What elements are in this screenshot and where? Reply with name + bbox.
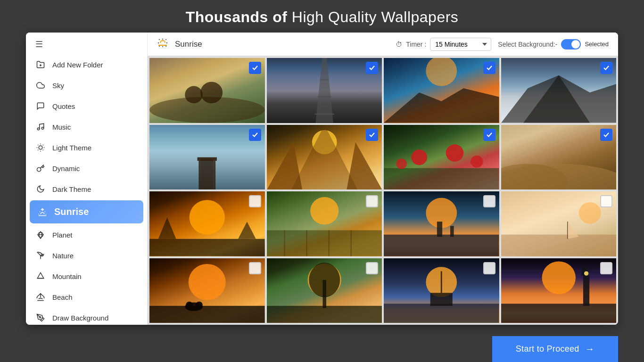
grid-cell-16[interactable]	[501, 258, 617, 323]
menu-icon[interactable]: ☰	[26, 33, 147, 54]
svg-marker-53	[238, 222, 256, 239]
timer-icon: ⏱	[396, 41, 402, 48]
sidebar-item-light-theme[interactable]: Light Theme	[26, 137, 147, 158]
header-title-regular: High Quality Wallpapers	[287, 8, 458, 25]
grid-checkbox-7[interactable]	[483, 129, 495, 141]
sunrise-icon	[37, 207, 48, 217]
grid-cell-9[interactable]	[149, 191, 265, 256]
grid-checkbox-6[interactable]	[366, 129, 378, 141]
sidebar-item-quotes[interactable]: Quotes	[26, 96, 147, 116]
sidebar-item-dynamic[interactable]: Dynamic	[26, 158, 147, 179]
svg-point-3	[41, 127, 44, 130]
grid-cell-1[interactable]	[149, 58, 265, 123]
svg-marker-52	[158, 217, 176, 239]
grid-cell-13[interactable]	[149, 258, 265, 323]
planet-icon	[35, 230, 46, 240]
grid-checkbox-15[interactable]	[483, 262, 495, 274]
grid-checkbox-4[interactable]	[600, 62, 612, 74]
sidebar-item-sunrise[interactable]: Sunrise	[30, 200, 143, 223]
grid-checkbox-3[interactable]	[483, 62, 495, 74]
sidebar-item-add-folder[interactable]: Add New Folder	[26, 54, 147, 75]
svg-rect-43	[384, 168, 499, 189]
grid-checkbox-5[interactable]	[249, 129, 261, 141]
timer-section: ⏱ Timer : 15 Minutes 5 Minutes 10 Minute…	[396, 38, 491, 51]
mountain-label: Mountain	[52, 272, 82, 280]
svg-point-81	[542, 261, 575, 294]
start-to-proceed-button[interactable]: Start to Proceed →	[492, 336, 618, 362]
grid-cell-10[interactable]	[267, 191, 382, 256]
grid-checkbox-14[interactable]	[366, 262, 378, 274]
grid-cell-2[interactable]	[267, 58, 382, 123]
proceed-arrow: →	[585, 344, 594, 354]
nature-label: Nature	[52, 252, 74, 260]
toggle-switch[interactable]	[561, 39, 581, 49]
grid-cell-4[interactable]	[501, 58, 617, 123]
grid-checkbox-13[interactable]	[249, 262, 261, 274]
dark-theme-label: Dark Theme	[52, 185, 91, 193]
grid-cell-11[interactable]	[384, 191, 499, 256]
grid-checkbox-2[interactable]	[366, 62, 378, 74]
svg-point-50	[190, 200, 225, 234]
grid-cell-15[interactable]	[384, 258, 499, 323]
music-label: Music	[52, 123, 71, 131]
svg-marker-67	[568, 222, 579, 239]
grid-cell-12[interactable]	[501, 191, 617, 256]
grid-cell-5[interactable]	[149, 125, 265, 190]
grid-checkbox-10[interactable]	[366, 195, 378, 207]
svg-point-22	[40, 317, 41, 318]
grid-cell-7[interactable]	[384, 125, 499, 190]
sidebar-item-planet[interactable]: Planet	[26, 224, 147, 245]
svg-point-76	[309, 263, 340, 297]
proceed-label: Start to Proceed	[516, 344, 579, 354]
svg-line-8	[43, 150, 43, 150]
grid-cell-6[interactable]	[267, 125, 382, 190]
sky-label: Sky	[52, 82, 64, 90]
beach-label: Beach	[52, 293, 73, 301]
svg-point-44	[411, 149, 427, 165]
svg-rect-79	[430, 293, 453, 306]
svg-point-85	[584, 271, 588, 275]
sidebar-item-beach[interactable]: Beach	[26, 287, 147, 307]
quotes-icon	[35, 101, 46, 111]
selected-label: Selected	[585, 41, 609, 48]
grid-cell-14[interactable]	[267, 258, 382, 323]
sidebar-item-draw-background[interactable]: Draw Background	[26, 307, 147, 325]
sidebar-item-sky[interactable]: Sky	[26, 75, 147, 96]
sidebar-item-nature[interactable]: Nature	[26, 245, 147, 266]
svg-marker-31	[384, 88, 499, 123]
svg-rect-51	[149, 239, 265, 256]
sidebar-item-mountain[interactable]: Mountain	[26, 266, 147, 287]
select-bg-section: Select Background:- Selected	[498, 39, 609, 49]
grid-checkbox-11[interactable]	[483, 195, 495, 207]
sidebar-item-music[interactable]: Music	[26, 116, 147, 137]
content-area: Sunrise ⏱ Timer : 15 Minutes 5 Minutes 1…	[148, 33, 618, 325]
svg-rect-63	[450, 226, 454, 237]
toolbar: Sunrise ⏱ Timer : 15 Minutes 5 Minutes 1…	[148, 33, 618, 56]
svg-rect-62	[437, 222, 442, 237]
svg-point-2	[37, 128, 40, 130]
grid-checkbox-16[interactable]	[600, 262, 612, 274]
svg-point-72	[196, 301, 203, 308]
svg-rect-69	[149, 305, 265, 323]
svg-point-65	[578, 202, 601, 224]
svg-rect-78	[384, 304, 499, 323]
svg-point-4	[39, 146, 42, 149]
timer-select[interactable]: 15 Minutes 5 Minutes 10 Minutes 30 Minut…	[430, 38, 491, 51]
light-theme-icon	[35, 142, 46, 153]
svg-point-71	[186, 301, 193, 308]
svg-rect-82	[501, 304, 617, 323]
music-icon	[35, 122, 46, 132]
sidebar-item-dark-theme[interactable]: Dark Theme	[26, 179, 147, 199]
sidebar: ☰ Add New FolderSkyQuotesMusicLight Them…	[26, 33, 148, 325]
grid-cell-8[interactable]	[501, 125, 617, 190]
svg-point-32	[426, 58, 457, 86]
svg-marker-42	[291, 125, 357, 190]
svg-marker-20	[37, 273, 44, 279]
grid-cell-3[interactable]	[384, 58, 499, 123]
dark-theme-icon	[35, 184, 46, 194]
beach-icon	[35, 292, 46, 302]
grid-checkbox-12[interactable]	[600, 195, 612, 207]
grid-checkbox-8[interactable]	[600, 129, 612, 141]
grid-checkbox-1[interactable]	[249, 62, 261, 74]
grid-checkbox-9[interactable]	[249, 195, 261, 207]
